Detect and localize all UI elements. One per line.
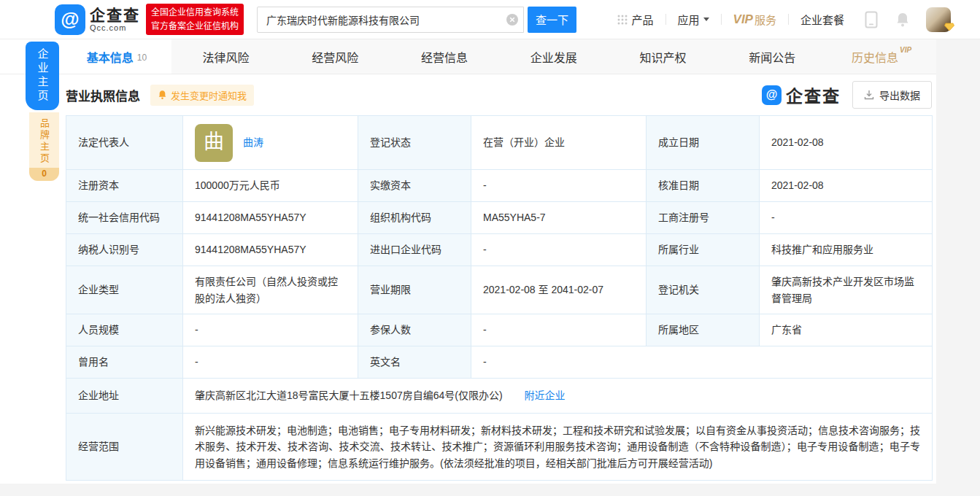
est-date-value: 2021-02-08: [760, 116, 933, 170]
notification-bell-icon[interactable]: [895, 12, 910, 28]
region-value: 广东省: [760, 314, 933, 346]
notify-on-change-button[interactable]: 发生变更时通知我: [150, 85, 254, 106]
tab-company-development-label: 企业发展: [530, 48, 577, 66]
business-scope-value: 新兴能源技术研发；电池制造；电池销售；电子专用材料研发；新材料技术研发；工程和技…: [183, 414, 933, 481]
reg-status-value: 在营（开业）企业: [471, 116, 647, 170]
mobile-app-icon[interactable]: [865, 11, 878, 28]
nav-enterprise-packages[interactable]: 企业套餐: [789, 12, 856, 27]
paid-capital-label: 实缴资本: [358, 170, 471, 202]
table-row: 注册资本 100000万元人民币 实缴资本 - 核准日期 2021-02-08: [66, 170, 933, 202]
credit-code-value: 91441208MA55YHA57Y: [183, 202, 358, 234]
biz-reg-no-value: -: [760, 202, 933, 234]
qcc-logo-icon[interactable]: @: [55, 4, 85, 35]
legal-rep-avatar[interactable]: 曲: [195, 124, 233, 162]
credit-code-label: 统一社会信用代码: [66, 202, 183, 234]
vip-logo: VIP: [733, 12, 753, 27]
tab-legal-risk[interactable]: 法律风险: [171, 39, 281, 74]
legal-rep-name-link[interactable]: 曲涛: [243, 134, 263, 150]
tab-basic-info[interactable]: 基本信息 10: [62, 39, 171, 74]
company-home-badge[interactable]: 企业主页: [26, 42, 59, 110]
tab-operating-info[interactable]: 经营信息: [390, 39, 499, 74]
former-name-value: -: [183, 346, 358, 379]
table-row: 经营范围 新兴能源技术研发；电池制造；电池销售；电子专用材料研发；新材料技术研发…: [66, 414, 933, 481]
approval-date-label: 核准日期: [647, 170, 760, 202]
org-code-value: MA55YHA5-7: [471, 202, 647, 234]
approval-date-value: 2021-02-08: [760, 170, 933, 202]
brand-home-count: 0: [29, 168, 59, 181]
nav-products-label: 产品: [632, 12, 654, 27]
tab-company-development[interactable]: 企业发展: [499, 39, 609, 74]
former-name-label: 曾用名: [66, 346, 183, 379]
qcc-logo-domain: Qcc.com: [90, 23, 140, 32]
table-row: 企业地址 肇庆高新区北江大道18号富民大厦十五楼1507房自编64号(仅限办公)…: [66, 379, 933, 414]
bell-icon: [158, 90, 167, 100]
table-row: 法定代表人 曲 曲涛 登记状态 在营（开业）企业 成立日期 2021-02-08: [66, 116, 933, 170]
reg-authority-value: 肇庆高新技术产业开发区市场监督管理局: [760, 266, 933, 314]
import-export-code-label: 进出口企业代码: [358, 234, 471, 266]
search-bar: 查一下: [257, 7, 576, 33]
nav-apps-label: 应用: [678, 12, 700, 27]
tab-operating-info-label: 经营信息: [421, 48, 468, 66]
paid-capital-value: -: [471, 170, 647, 202]
user-avatar[interactable]: [926, 7, 951, 32]
est-date-label: 成立日期: [647, 116, 760, 170]
export-data-button[interactable]: 导出数据: [852, 81, 932, 109]
notify-on-change-label: 发生变更时通知我: [171, 88, 247, 102]
nearby-companies-link[interactable]: 附近企业: [525, 390, 566, 401]
tab-operating-risk[interactable]: 经营风险: [281, 39, 390, 74]
nav-apps[interactable]: 应用: [666, 12, 721, 27]
legal-rep-label: 法定代表人: [66, 116, 183, 170]
section-title: 营业执照信息: [66, 86, 140, 104]
address-text: 肇庆高新区北江大道18号富民大厦十五楼1507房自编64号(仅限办公): [195, 390, 503, 401]
org-code-label: 组织机构代码: [358, 202, 471, 234]
table-row: 纳税人识别号 91441208MA55YHA57Y 进出口企业代码 - 所属行业…: [66, 234, 933, 266]
industry-value: 科技推广和应用服务业: [760, 234, 933, 266]
business-term-label: 营业期限: [358, 266, 471, 314]
vip-tag: VIP: [900, 46, 911, 54]
qcc-logo-name: 企查查: [90, 7, 140, 23]
qcc-logo-glyph: @: [61, 8, 79, 31]
nav-vip-label: 服务: [755, 12, 776, 27]
export-data-label: 导出数据: [879, 88, 920, 102]
tab-history-info[interactable]: 历史信息 VIP: [827, 39, 936, 74]
brand-home-badge[interactable]: 品牌主页 0: [29, 112, 59, 181]
tab-legal-risk-label: 法律风险: [203, 48, 250, 66]
search-input[interactable]: [257, 7, 524, 33]
qcc-watermark-text: 企查查: [786, 82, 841, 107]
tab-intellectual-property[interactable]: 知识产权: [609, 39, 718, 74]
tab-news[interactable]: 新闻公告: [718, 39, 827, 74]
certification-badge-line2: 官方备案企业征信机构: [151, 20, 239, 34]
import-export-code-value: -: [471, 234, 647, 266]
search-button[interactable]: 查一下: [528, 7, 576, 33]
nav-vip-service[interactable]: VIP 服务: [722, 12, 788, 27]
business-scope-label: 经营范围: [66, 414, 183, 481]
biz-reg-no-label: 工商注册号: [647, 202, 760, 234]
brand-home-label: 品牌主页: [37, 112, 51, 168]
table-row: 曾用名 - 英文名 -: [66, 346, 933, 379]
download-icon: [864, 90, 874, 100]
license-section: 营业执照信息 发生变更时通知我 @ 企查查 导出数据: [66, 74, 932, 481]
clear-search-icon[interactable]: [506, 14, 518, 26]
tab-intellectual-property-label: 知识产权: [640, 48, 687, 66]
nav-products[interactable]: 产品: [606, 12, 665, 27]
reg-capital-value: 100000万元人民币: [183, 170, 358, 202]
taxpayer-id-value: 91441208MA55YHA57Y: [183, 234, 358, 266]
certification-badge-line1: 全国企业信用查询系统: [151, 6, 239, 20]
english-name-label: 英文名: [358, 346, 471, 379]
address-value: 肇庆高新区北江大道18号富民大厦十五楼1507房自编64号(仅限办公) 附近企业: [183, 379, 933, 414]
qcc-watermark: @ 企查查: [762, 82, 841, 107]
chevron-down-icon: [703, 18, 709, 21]
nav-enterprise-packages-label: 企业套餐: [800, 12, 844, 27]
english-name-value: -: [471, 346, 933, 379]
qcc-logo-text[interactable]: 企查查 Qcc.com: [90, 7, 140, 32]
tab-basic-info-label: 基本信息: [87, 48, 134, 66]
grid-icon: [617, 15, 628, 25]
table-row: 企业类型 有限责任公司（自然人投资或控股的法人独资） 营业期限 2021-02-…: [66, 266, 933, 314]
insured-count-label: 参保人数: [358, 314, 471, 346]
region-label: 所属地区: [647, 314, 760, 346]
staff-size-label: 人员规模: [66, 314, 183, 346]
reg-capital-label: 注册资本: [66, 170, 183, 202]
company-type-value: 有限责任公司（自然人投资或控股的法人独资）: [183, 266, 358, 314]
legal-rep-value: 曲 曲涛: [183, 116, 358, 170]
address-label: 企业地址: [66, 379, 183, 414]
